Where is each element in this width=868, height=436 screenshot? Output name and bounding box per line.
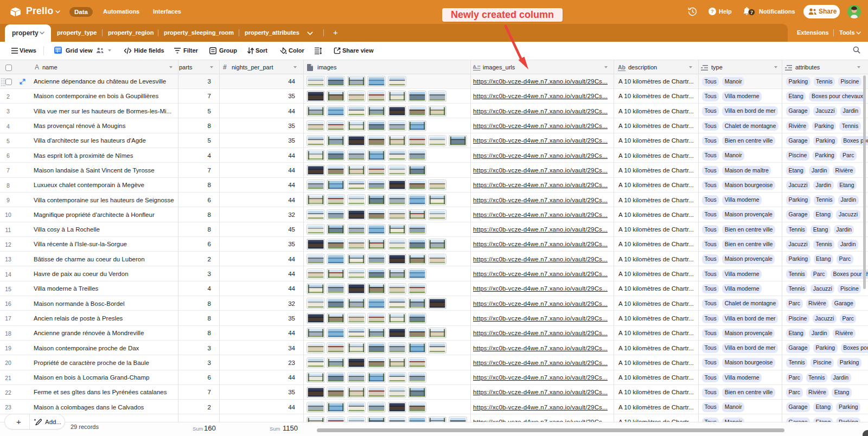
svg-text:7: 7 bbox=[750, 10, 753, 15]
svg-text:?: ? bbox=[711, 9, 714, 14]
